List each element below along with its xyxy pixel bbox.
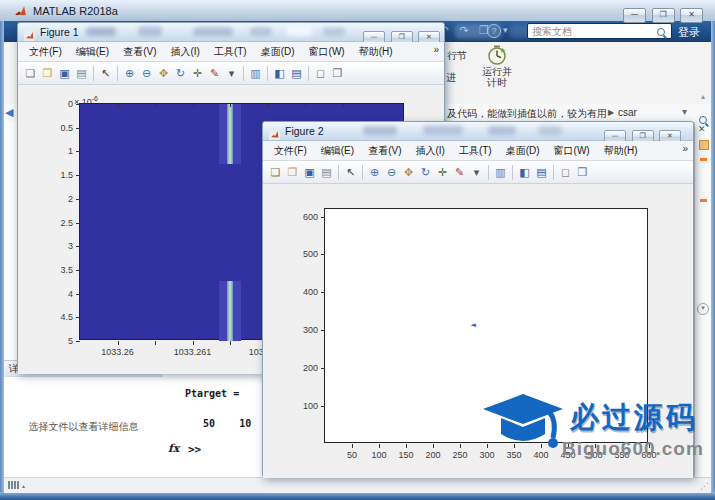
details-panel: 选择文件以查看详细信息 — [4, 377, 163, 477]
menu-item[interactable]: 查看(V) — [361, 144, 408, 158]
menu-item[interactable]: 文件(F) — [267, 144, 314, 158]
x-tick-label: 250 — [445, 450, 475, 460]
hide-plot-tools-icon[interactable]: ◻ — [557, 166, 574, 179]
menu-item[interactable]: 编辑(E) — [69, 45, 116, 59]
x-tick — [268, 104, 269, 107]
status-bar — [4, 477, 711, 493]
y-tick — [76, 175, 80, 176]
figure1-titlebar[interactable]: Figure 1 — ❐ ✕ — [18, 23, 444, 42]
menu-item[interactable]: 桌面(D) — [254, 45, 302, 59]
y-tick — [76, 270, 80, 271]
folder-path-fragment[interactable]: 及代码，能做到插值以前，较为有用 — [447, 107, 607, 121]
run-and-time-button[interactable]: 运行并 计时 — [468, 44, 526, 102]
menu-item[interactable]: 工具(T) — [207, 45, 254, 59]
menu-item[interactable]: 帮助(H) — [597, 144, 645, 158]
editor-warning-marker[interactable] — [700, 158, 707, 161]
new-file-icon[interactable]: ❏ — [22, 67, 39, 80]
search-icon[interactable] — [657, 28, 665, 36]
menu-item[interactable]: 窗口(W) — [302, 45, 352, 59]
matlab-logo-icon — [14, 4, 27, 17]
cw-output-values: 50 10 — [185, 418, 251, 429]
pan-icon[interactable]: ✥ — [155, 67, 172, 80]
figure1-title: Figure 1 — [40, 26, 79, 38]
menu-item[interactable]: 工具(T) — [452, 144, 499, 158]
print-icon[interactable]: ▤ — [73, 67, 90, 80]
link-plot-icon[interactable]: ▥ — [492, 166, 509, 179]
close-button[interactable]: ✕ — [680, 8, 703, 23]
link-plot-icon[interactable]: ▥ — [247, 67, 264, 80]
open-folder-icon[interactable]: ❐ — [39, 67, 56, 80]
toolbar-separator — [93, 66, 94, 81]
menu-overflow-chevron[interactable]: » — [433, 44, 439, 55]
y-tick-label: 200 — [293, 363, 318, 373]
x-tick-label: 50 — [337, 450, 367, 460]
menu-item[interactable]: 窗口(W) — [547, 144, 597, 158]
brush-dropdown-icon[interactable]: ▾ — [468, 166, 485, 179]
x-tick-label: 1033.26 — [93, 347, 143, 357]
zoom-in-icon[interactable]: ⊕ — [366, 166, 383, 179]
figure2-titlebar[interactable]: Figure 2 — ❐ ✕ — [263, 122, 693, 141]
status-activity-icon[interactable]: ▴ — [8, 481, 25, 489]
doc-search-input[interactable]: 搜索文档 — [527, 23, 672, 39]
toolbar-separator — [117, 66, 118, 81]
path-dropdown-icon[interactable]: ▾ — [682, 106, 687, 117]
edit-pointer-icon[interactable]: ↖ — [342, 166, 359, 179]
maximize-button[interactable]: ❐ — [652, 8, 675, 23]
save-icon[interactable]: ▣ — [56, 67, 73, 80]
rotate-3d-icon[interactable]: ↻ — [417, 166, 434, 179]
zoom-out-icon[interactable]: ⊖ — [138, 67, 155, 80]
zoom-in-icon[interactable]: ⊕ — [121, 67, 138, 80]
insert-colorbar-icon[interactable]: ◧ — [516, 166, 533, 179]
hide-plot-tools-icon[interactable]: ◻ — [312, 67, 329, 80]
y-tick-label: 0 — [46, 99, 73, 109]
show-plot-tools-icon[interactable]: ❒ — [329, 67, 346, 80]
editor-warning-marker[interactable] — [700, 199, 707, 202]
insert-legend-icon[interactable]: ▤ — [533, 166, 550, 179]
folder-search-icon[interactable] — [699, 116, 707, 124]
x-tick — [193, 341, 194, 345]
zoom-out-icon[interactable]: ⊖ — [383, 166, 400, 179]
insert-legend-icon[interactable]: ▤ — [288, 67, 305, 80]
print-icon[interactable]: ▤ — [318, 166, 335, 179]
y-tick-label: 3.5 — [46, 265, 73, 275]
show-plot-tools-icon[interactable]: ❒ — [574, 166, 591, 179]
save-icon[interactable]: ▣ — [301, 166, 318, 179]
brush-icon[interactable]: ✎ — [206, 67, 223, 80]
login-button[interactable]: 登录 — [678, 25, 700, 40]
help-dropdown-icon[interactable]: ▾ — [503, 25, 508, 35]
run-section-label[interactable]: 行节 — [447, 49, 467, 63]
data-cursor-icon[interactable]: ✛ — [189, 67, 206, 80]
x-tick — [230, 104, 231, 107]
editor-close-icon[interactable]: ✕ — [698, 124, 706, 134]
new-file-icon[interactable]: ❏ — [267, 166, 284, 179]
menu-item[interactable]: 插入(I) — [408, 144, 451, 158]
menu-item[interactable]: 查看(V) — [116, 45, 163, 59]
y-tick-label: 1.5 — [46, 170, 73, 180]
advance-label[interactable]: 进 — [446, 71, 456, 85]
menu-item[interactable]: 编辑(E) — [314, 144, 361, 158]
rotate-3d-icon[interactable]: ↻ — [172, 67, 189, 80]
y-tick — [321, 330, 325, 331]
menu-overflow-chevron[interactable]: » — [682, 143, 688, 154]
breadcrumb-folder[interactable]: csar — [618, 107, 637, 118]
help-icon[interactable]: ? — [487, 24, 501, 38]
cw-prompt[interactable]: >> — [188, 443, 201, 456]
redo-icon[interactable]: ↷ — [456, 24, 473, 37]
menu-item[interactable]: 文件(F) — [22, 45, 69, 59]
pan-icon[interactable]: ✥ — [400, 166, 417, 179]
main-titlebar[interactable]: MATLAB R2018a — [0, 0, 715, 21]
back-icon[interactable]: ◀ — [5, 106, 13, 119]
brush-icon[interactable]: ✎ — [451, 166, 468, 179]
editor-scroll-marker-icon[interactable]: ▾ — [697, 303, 709, 315]
minimize-button[interactable]: — — [623, 8, 646, 23]
menu-item[interactable]: 桌面(D) — [499, 144, 547, 158]
insert-colorbar-icon[interactable]: ◧ — [271, 67, 288, 80]
edit-pointer-icon[interactable]: ↖ — [97, 67, 114, 80]
resize-grip[interactable]: ⋰ — [700, 481, 709, 491]
brush-dropdown-icon[interactable]: ▾ — [223, 67, 240, 80]
open-folder-icon[interactable]: ❐ — [284, 166, 301, 179]
menu-item[interactable]: 插入(I) — [163, 45, 206, 59]
menu-item[interactable]: 帮助(H) — [352, 45, 400, 59]
data-cursor-icon[interactable]: ✛ — [434, 166, 451, 179]
collapse-ribbon-icon[interactable]: ▴ — [701, 92, 705, 101]
